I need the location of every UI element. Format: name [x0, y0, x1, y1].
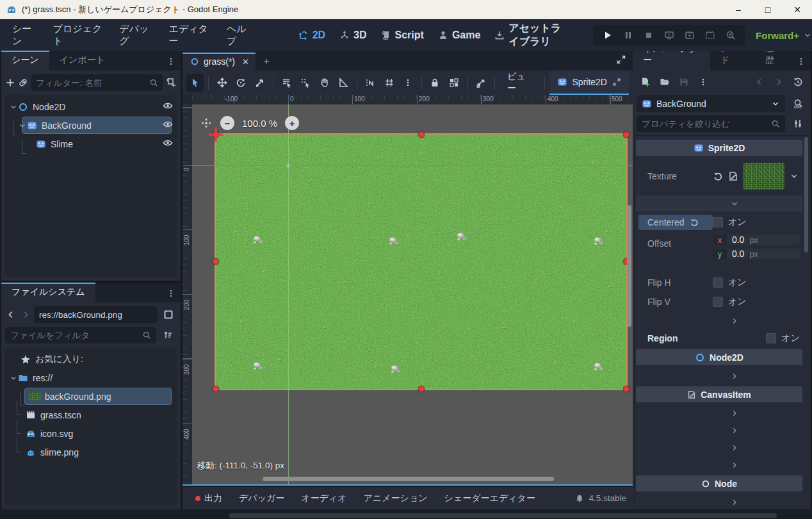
- load-resource-button[interactable]: [656, 74, 674, 90]
- tab-scene[interactable]: シーン: [1, 51, 49, 70]
- add-node-button[interactable]: [5, 74, 15, 91]
- property-tools-button[interactable]: [789, 115, 807, 132]
- file-row-grass-tscn[interactable]: grass.tscn: [5, 406, 177, 424]
- node-selector[interactable]: BackGround: [637, 95, 785, 112]
- menu-help[interactable]: ヘルプ: [219, 19, 260, 51]
- res-root-row[interactable]: res://: [5, 368, 177, 387]
- center-view-icon[interactable]: [200, 117, 213, 129]
- visibility-eye-icon[interactable]: [163, 138, 173, 150]
- section-offset[interactable]: Offset: [636, 195, 802, 211]
- new-scene-tab-button[interactable]: +: [256, 53, 277, 70]
- grid-snap-button[interactable]: [380, 74, 398, 92]
- renderer-selector[interactable]: Forward+: [756, 30, 812, 41]
- tree-row-node2d[interactable]: Node2D: [5, 97, 177, 116]
- scene-tab-grass[interactable]: grass(*) ✕: [183, 53, 256, 70]
- rotate-tool-button[interactable]: [232, 74, 250, 92]
- background-sprite[interactable]: [216, 135, 626, 389]
- pivot-tool-button[interactable]: [297, 74, 314, 92]
- move-tool-button[interactable]: [213, 74, 231, 92]
- profiler-button[interactable]: [724, 28, 738, 42]
- file-row-background-png[interactable]: backGround.png: [5, 387, 177, 406]
- object-history-button[interactable]: [789, 74, 807, 90]
- skeleton-options-button[interactable]: [472, 74, 489, 92]
- lock-node-button[interactable]: [426, 74, 444, 92]
- region-checkbox[interactable]: [766, 333, 776, 343]
- file-filter-input[interactable]: [10, 331, 142, 340]
- snap-options-button[interactable]: [399, 74, 416, 92]
- expander-down-icon[interactable]: [9, 103, 18, 111]
- section-material[interactable]: Material: [636, 457, 802, 473]
- selection-handle-bottom-mid[interactable]: [419, 386, 425, 392]
- context-3d[interactable]: 3D: [339, 29, 366, 41]
- sort-files-button[interactable]: [159, 327, 177, 343]
- edit-resource-icon[interactable]: [728, 171, 738, 181]
- remote-debug-button[interactable]: [662, 28, 676, 42]
- revert-icon[interactable]: [690, 218, 699, 227]
- tab-output[interactable]: 出力: [189, 490, 229, 507]
- context-game[interactable]: Game: [438, 29, 480, 41]
- view-menu-button[interactable]: ビュー: [499, 69, 540, 97]
- context-2d[interactable]: 2D: [298, 29, 325, 41]
- selection-handle-top-mid[interactable]: [419, 132, 425, 138]
- sprite2d-context-button[interactable]: Sprite2D: [549, 70, 629, 95]
- path-input[interactable]: [39, 310, 152, 320]
- tab-node[interactable]: ノード: [710, 51, 755, 70]
- texture-preview[interactable]: [743, 163, 784, 190]
- play-button[interactable]: [601, 28, 615, 42]
- stop-button[interactable]: [642, 28, 656, 42]
- tree-row-background[interactable]: BackGround: [5, 116, 177, 135]
- group-node-button[interactable]: [445, 74, 462, 92]
- history-forward-button[interactable]: [770, 74, 788, 90]
- tab-import[interactable]: インポート: [49, 51, 115, 70]
- chevron-down-icon[interactable]: [790, 172, 799, 181]
- tab-history[interactable]: 履歴: [755, 51, 792, 70]
- file-row-icon-svg[interactable]: icon.svg: [5, 424, 177, 443]
- file-row-slime-png[interactable]: slime.png: [5, 443, 177, 461]
- distraction-free-button[interactable]: [616, 54, 626, 67]
- zoom-out-button[interactable]: −: [220, 116, 234, 130]
- tab-debugger[interactable]: デバッガー: [232, 490, 291, 507]
- maximize-button[interactable]: □: [753, 0, 783, 19]
- section-process[interactable]: Process: [636, 494, 802, 509]
- save-resource-button[interactable]: [675, 74, 693, 90]
- expander-down-icon[interactable]: [18, 121, 27, 130]
- context-script[interactable]: Script: [381, 29, 424, 41]
- instance-scene-button[interactable]: [18, 74, 28, 91]
- inspector-menu-button[interactable]: [792, 54, 811, 70]
- inspector-scrollbar[interactable]: [804, 137, 808, 252]
- screen-record-button[interactable]: [703, 28, 717, 42]
- tab-inspector[interactable]: インスペクター: [633, 51, 710, 70]
- menu-scene[interactable]: シーン: [4, 19, 45, 51]
- horizontal-scrollbar[interactable]: [263, 477, 554, 481]
- menu-debug[interactable]: デバッグ: [111, 19, 161, 51]
- list-select-button[interactable]: [278, 74, 295, 92]
- visibility-eye-icon[interactable]: [163, 101, 173, 113]
- close-button[interactable]: ✕: [783, 0, 812, 19]
- section-texture[interactable]: Texture: [636, 440, 802, 456]
- ruler-tool-button[interactable]: [334, 74, 352, 92]
- context-asset-library[interactable]: アセットライブラリ: [494, 22, 562, 49]
- pan-tool-button[interactable]: [316, 74, 333, 92]
- zoom-level[interactable]: 100.0 %: [242, 118, 277, 129]
- centered-checkbox[interactable]: [713, 217, 723, 227]
- filesystem-menu-button[interactable]: [161, 286, 181, 302]
- property-filter-input[interactable]: [642, 119, 771, 129]
- selection-handle-top-right[interactable]: [624, 132, 629, 138]
- scale-tool-button[interactable]: [251, 74, 268, 92]
- tree-row-slime[interactable]: Slime: [5, 135, 177, 153]
- new-resource-button[interactable]: [637, 74, 654, 90]
- zoom-in-button[interactable]: +: [285, 116, 299, 130]
- revert-icon[interactable]: [713, 171, 723, 181]
- section-transform[interactable]: Transform (1個の変更): [636, 368, 802, 384]
- scene-filter-input[interactable]: [36, 78, 149, 88]
- select-tool-button[interactable]: [186, 74, 204, 92]
- inspector-scroll-area[interactable]: Sprite2D Texture Offset: [634, 135, 809, 509]
- expander-down-icon[interactable]: [9, 374, 18, 383]
- visibility-eye-icon[interactable]: [163, 119, 173, 131]
- menu-editor[interactable]: エディター: [161, 19, 219, 51]
- tab-audio[interactable]: オーディオ: [295, 490, 353, 507]
- canvas[interactable]: − 100.0 % + 移動: (-111.0, -51.0) px: [192, 104, 633, 484]
- tab-shader-editor[interactable]: シェーダーエディター: [438, 490, 542, 507]
- selection-handle-bottom-left[interactable]: [213, 386, 219, 392]
- tab-animation[interactable]: アニメーション: [357, 490, 434, 507]
